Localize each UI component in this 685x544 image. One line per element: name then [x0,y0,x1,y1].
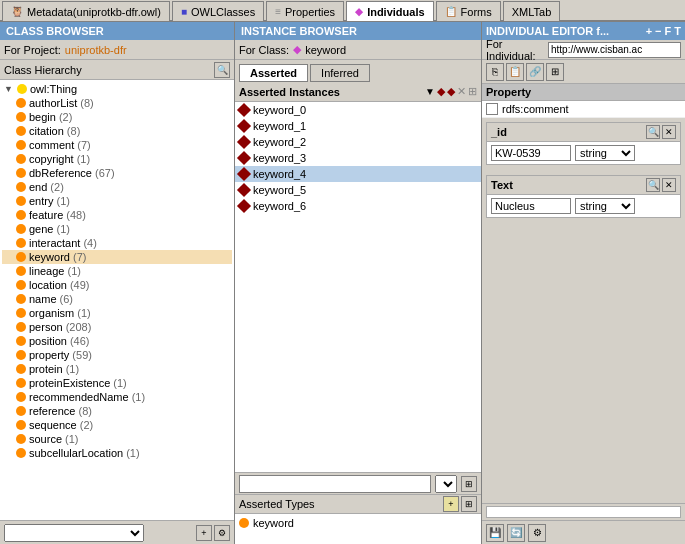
instance-bottom: ⊞ Asserted Types + ⊞ keyword [235,472,481,544]
class-select[interactable] [4,524,144,542]
list-item[interactable]: keyword_1 [235,118,481,134]
class-tree[interactable]: ▼ owl:Thing authorList (8) begin (2) cit… [0,80,234,520]
config-type-button[interactable]: ⊞ [461,496,477,512]
individual-icon: ◆ [355,6,363,17]
config-button[interactable]: ⚙ [214,525,230,541]
header-controls: + − F T [646,25,681,37]
tree-item[interactable]: citation (8) [2,124,232,138]
tab-properties[interactable]: ≡ Properties [266,1,344,21]
search-icon[interactable]: 🔍 [214,62,230,78]
tab-owlclasses[interactable]: ■ OWLClasses [172,1,264,21]
item-bullet [16,210,26,220]
tree-item[interactable]: gene (1) [2,222,232,236]
tree-item[interactable]: proteinExistence (1) [2,376,232,390]
tree-item[interactable]: feature (48) [2,208,232,222]
tree-item[interactable]: dbReference (67) [2,166,232,180]
instance-diamond [237,183,251,197]
tree-item[interactable]: location (49) [2,278,232,292]
tree-item[interactable]: sequence (2) [2,418,232,432]
instance-search-input[interactable] [239,475,431,493]
item-bullet [16,252,26,262]
tree-item[interactable]: authorList (8) [2,96,232,110]
tree-item[interactable]: position (46) [2,334,232,348]
property-icon: ≡ [275,6,281,17]
bottom-btn-1[interactable]: 💾 [486,524,504,542]
asserted-types-list: keyword [235,514,481,544]
instance-config-btn[interactable]: ⊞ [461,476,477,492]
tab-metadata[interactable]: 🦉 Metadata(uniprotkb-dfr.owl) [2,1,170,21]
tree-item-keyword[interactable]: keyword (7) [2,250,232,264]
tree-root[interactable]: ▼ owl:Thing [2,82,232,96]
tree-item[interactable]: end (2) [2,180,232,194]
instance-toolbar-icons: ▼ ◆ ◆ ✕ ⊞ [425,85,477,98]
tree-item[interactable]: protein (1) [2,362,232,376]
text-search-icon[interactable]: 🔍 [646,178,660,192]
tree-item[interactable]: reference (8) [2,404,232,418]
tree-item[interactable]: person (208) [2,320,232,334]
delete-instance-icon[interactable]: ✕ [457,85,466,98]
bottom-btn-3[interactable]: ⚙ [528,524,546,542]
paste-icon[interactable]: 📋 [506,63,524,81]
asserted-tab[interactable]: Asserted [239,64,308,82]
f-btn[interactable]: F [665,25,672,37]
id-search-icon[interactable]: 🔍 [646,125,660,139]
tree-item[interactable]: recommendedName (1) [2,390,232,404]
tree-item[interactable]: entry (1) [2,194,232,208]
minus-btn[interactable]: − [655,25,661,37]
add-class-button[interactable]: + [196,525,212,541]
instance-diamond [237,103,251,117]
expand-arrow: ▼ [4,84,14,94]
id-close-icon[interactable]: ✕ [662,125,676,139]
tree-item[interactable]: subcellularLocation (1) [2,446,232,460]
text-section-header: Text 🔍 ✕ [487,176,680,195]
list-item[interactable]: keyword_5 [235,182,481,198]
text-close-icon[interactable]: ✕ [662,178,676,192]
tab-forms[interactable]: 📋 Forms [436,1,501,21]
property-checkbox[interactable] [486,103,498,115]
add-type-button[interactable]: + [443,496,459,512]
instance-type-select[interactable] [435,475,457,493]
tree-item[interactable]: name (6) [2,292,232,306]
text-value-input[interactable] [491,198,571,214]
tree-item[interactable]: organism (1) [2,306,232,320]
list-item-selected[interactable]: keyword_4 [235,166,481,182]
inferred-tab[interactable]: Inferred [310,64,370,82]
list-item[interactable]: keyword_3 [235,150,481,166]
tree-item[interactable]: copyright (1) [2,152,232,166]
list-item[interactable]: keyword [239,516,477,530]
table-icon[interactable]: ⊞ [546,63,564,81]
text-section: Text 🔍 ✕ string [486,175,681,218]
copy-instance-icon[interactable]: ◆ [447,85,455,98]
bottom-btn-2[interactable]: 🔄 [507,524,525,542]
id-type-select[interactable]: string [575,145,635,161]
tab-individuals[interactable]: ◆ Individuals [346,1,433,21]
instance-list[interactable]: keyword_0 keyword_1 keyword_2 keyword_3 … [235,102,481,472]
add-instance-icon[interactable]: ◆ [437,85,445,98]
list-item[interactable]: keyword_2 [235,134,481,150]
config-instance-icon[interactable]: ⊞ [468,85,477,98]
link-icon[interactable]: 🔗 [526,63,544,81]
text-type-select[interactable]: string [575,198,635,214]
t-btn[interactable]: T [674,25,681,37]
list-item[interactable]: keyword_6 [235,198,481,214]
id-value-input[interactable] [491,145,571,161]
tree-item[interactable]: interactant (4) [2,236,232,250]
tree-item[interactable]: begin (2) [2,110,232,124]
property-table-header: Property [482,84,685,101]
instance-toolbar: Asserted Instances ▼ ◆ ◆ ✕ ⊞ [235,82,481,102]
list-item[interactable]: keyword_0 [235,102,481,118]
item-bullet [16,126,26,136]
tree-item[interactable]: lineage (1) [2,264,232,278]
copy-icon[interactable]: ⎘ [486,63,504,81]
text-section-icons: 🔍 ✕ [646,178,676,192]
horizontal-scrollbar[interactable] [486,506,681,518]
individual-url-input[interactable] [548,42,681,58]
tree-item[interactable]: source (1) [2,432,232,446]
add-property-btn[interactable]: + [646,25,652,37]
property-row[interactable]: rdfs:comment [482,101,685,118]
item-bullet [16,224,26,234]
tab-xmltab[interactable]: XMLTab [503,1,561,21]
tree-item[interactable]: comment (7) [2,138,232,152]
asserted-types-header: Asserted Types + ⊞ [235,494,481,514]
tree-item[interactable]: property (59) [2,348,232,362]
